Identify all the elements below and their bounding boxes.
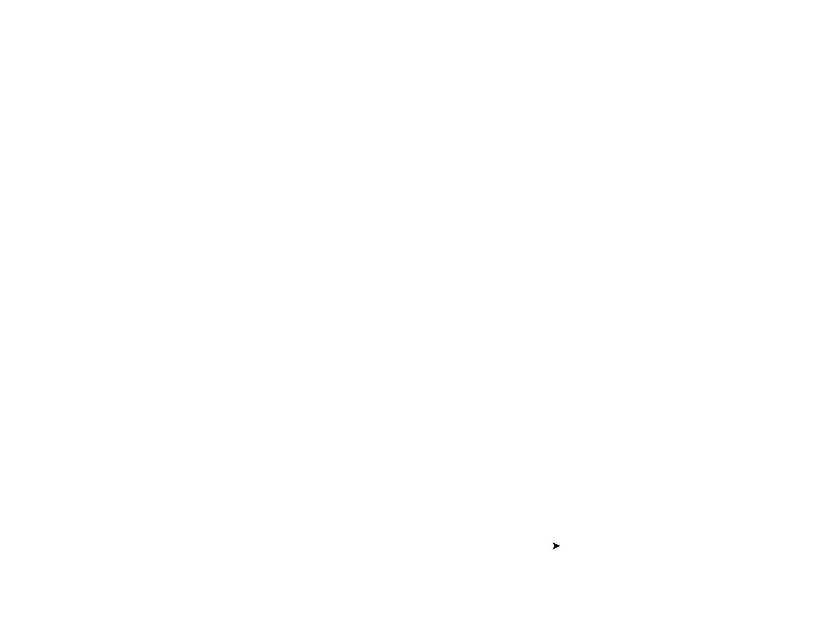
uml-diagram-canvas[interactable]: ➤ <box>0 0 840 627</box>
mouse-cursor-icon: ➤ <box>551 539 561 552</box>
